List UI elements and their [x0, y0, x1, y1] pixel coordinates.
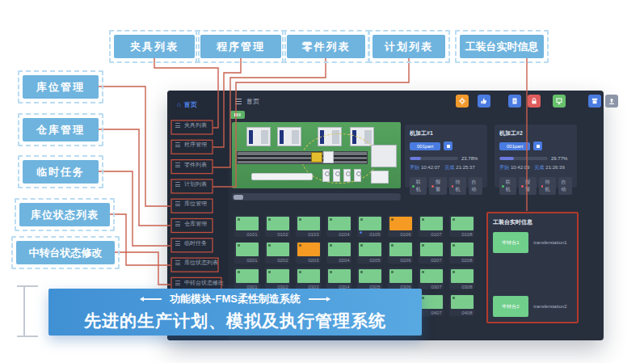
sidebar-item[interactable]: 仓库管理 — [167, 213, 229, 233]
pallet-cell[interactable]: 0107 — [419, 215, 444, 237]
pallet-stand — [354, 169, 361, 182]
pallet-cell[interactable]: 0101 — [234, 215, 259, 237]
pallet-cell[interactable]: 0108 — [449, 215, 474, 237]
machine-card-title: 机加工#2 — [499, 129, 572, 137]
pallet-cell[interactable]: 0206 — [388, 242, 413, 264]
pallet-cell-id: 0103 — [297, 232, 320, 237]
pallet-cell-id: 0203 — [297, 258, 320, 263]
part-button[interactable]: 001part — [499, 142, 530, 150]
pallet-tile — [297, 217, 320, 230]
pallet-cell-id: 0102 — [267, 232, 289, 237]
status-badge: 联机 — [499, 177, 516, 195]
sidebar-item[interactable]: 零件列表 — [167, 155, 229, 175]
settings-button[interactable] — [456, 95, 469, 108]
title-banner: 功能模块-FMS柔性制造系统 先进的生产计划、模拟及执行管理系统 — [48, 289, 422, 336]
pallet-cell-id: 0202 — [267, 258, 289, 263]
part-info-button[interactable] — [444, 141, 452, 150]
approve-button[interactable] — [478, 95, 490, 108]
lock-button[interactable] — [528, 95, 541, 108]
pallet-cell[interactable]: 0305 — [357, 268, 382, 289]
thumbs-up-icon — [480, 97, 488, 105]
status-badge: 报警 — [429, 177, 446, 195]
pallet-cell[interactable]: 0306 — [388, 268, 413, 289]
pallet-cell[interactable]: 0103 — [296, 215, 321, 237]
status-badge-label: 报警 — [525, 179, 534, 193]
view-toggle-button[interactable] — [230, 111, 245, 119]
pallet-cell-id: 0204 — [328, 258, 351, 263]
status-badge: 待机 — [539, 177, 556, 195]
progress-percent: 29.77% — [551, 156, 567, 161]
pallet-cell[interactable]: 0104 — [326, 215, 351, 237]
pallet-tile — [328, 243, 351, 256]
bracket-line — [17, 286, 38, 336]
pallet-tile — [389, 243, 412, 256]
breadcrumb[interactable]: 首页 — [235, 97, 259, 106]
pallet-cell[interactable]: 0102 — [265, 215, 290, 237]
status-dot — [521, 185, 524, 188]
pallet-cell[interactable]: 0408 — [449, 294, 474, 316]
sidebar-item[interactable]: 计划列表 — [167, 175, 229, 194]
part-button[interactable]: 001part — [410, 142, 440, 150]
breadcrumb-label: 首页 — [246, 97, 259, 106]
machine-view-scrollbar[interactable] — [232, 193, 401, 200]
machine-status-card: 机加工#1 001part 23.78% 开始10:42:07 完成21:25:… — [405, 125, 487, 188]
pallet-stand — [333, 169, 340, 182]
pallet-cell[interactable]: 0302 — [265, 268, 290, 289]
status-dot — [431, 185, 434, 188]
pallet-cell[interactable]: 0106 — [388, 215, 413, 237]
pallet-cell[interactable]: 0203 — [296, 242, 321, 264]
status-dot — [452, 185, 454, 188]
setup-station — [371, 171, 389, 184]
sidebar-item[interactable]: 程序管理 — [167, 135, 229, 154]
sidebar-item-label: 中转台状态修改 — [184, 279, 224, 287]
pallet-cell[interactable]: 0301 — [234, 268, 259, 289]
transfer-station-panel: 工装台实时信息 中转台1 transferstation1 中转台2 trans… — [486, 212, 579, 323]
sidebar-item-label: 库位管理 — [184, 200, 207, 208]
pallet-cell[interactable]: 0208 — [449, 242, 474, 264]
sidebar-home[interactable]: ⌂ 首页 — [177, 100, 197, 109]
start-time: 10:42:09 — [511, 165, 529, 170]
upload-button[interactable] — [605, 95, 618, 108]
monitor-button[interactable] — [553, 95, 566, 108]
callout-warehouse-mgmt: 仓库管理 — [23, 118, 99, 141]
progress-bar — [410, 157, 458, 160]
pallet-tile — [420, 295, 443, 309]
pallet-cell[interactable]: 0207 — [419, 242, 444, 264]
callout-location-status: 库位状态列表 — [19, 203, 110, 226]
pallet-cell-id: 0408 — [451, 310, 474, 315]
pallet-cell-id: 0407 — [420, 310, 443, 315]
scrollbar-handle[interactable] — [234, 195, 243, 200]
sidebar-menu: 夹具列表 程序管理 零件列表 计划列表 — [167, 116, 229, 293]
sidebar-item[interactable]: 临时任务 — [167, 234, 229, 253]
menu-toggle-icon[interactable] — [235, 99, 242, 104]
pallet-cell[interactable]: 0308 — [449, 268, 474, 289]
pallet-tile — [359, 243, 381, 256]
sidebar-item[interactable]: 库位状态列表 — [167, 253, 229, 272]
sidebar-item[interactable]: 夹具列表 — [167, 116, 229, 135]
pallet-cell[interactable]: 0407 — [419, 294, 444, 316]
progress-fill — [410, 157, 421, 160]
pallet-cell[interactable]: 0304 — [326, 268, 351, 289]
pallet-cell[interactable]: 0201 — [234, 242, 259, 264]
pallet-cell[interactable]: 0105 — [357, 215, 382, 237]
pallet-cell[interactable]: 0204 — [326, 242, 351, 264]
pallet-cell[interactable]: 0307 — [419, 268, 444, 289]
menu-item-icon — [175, 163, 180, 167]
pallet-cell[interactable]: 0303 — [296, 268, 321, 289]
document-button[interactable] — [508, 95, 521, 108]
start-label: 开始 — [499, 165, 509, 170]
pallet-cell[interactable]: 0202 — [265, 242, 290, 264]
transfer-row: 中转台2 transferstation2 — [493, 296, 572, 317]
progress-fill — [499, 157, 514, 160]
archive-button[interactable] — [588, 95, 601, 108]
machine-status-card: 机加工#2 001part 29.77% 开始10:42:09 完成21:26:… — [495, 125, 577, 188]
pallet-tile — [267, 269, 289, 283]
pallet-cell-id: 0201 — [236, 258, 259, 263]
pallet-cell[interactable]: 0205 — [357, 242, 382, 264]
callout-transfer-info: 工装台实时信息 — [460, 35, 544, 58]
part-info-button[interactable] — [533, 141, 542, 150]
transfer-tile[interactable]: 中转台2 — [493, 296, 528, 317]
transfer-tile[interactable]: 中转台1 — [493, 232, 528, 253]
sidebar-item[interactable]: 库位管理 — [167, 194, 229, 213]
machine-status-badges: 联机 报警 待机 自动 — [499, 177, 572, 195]
